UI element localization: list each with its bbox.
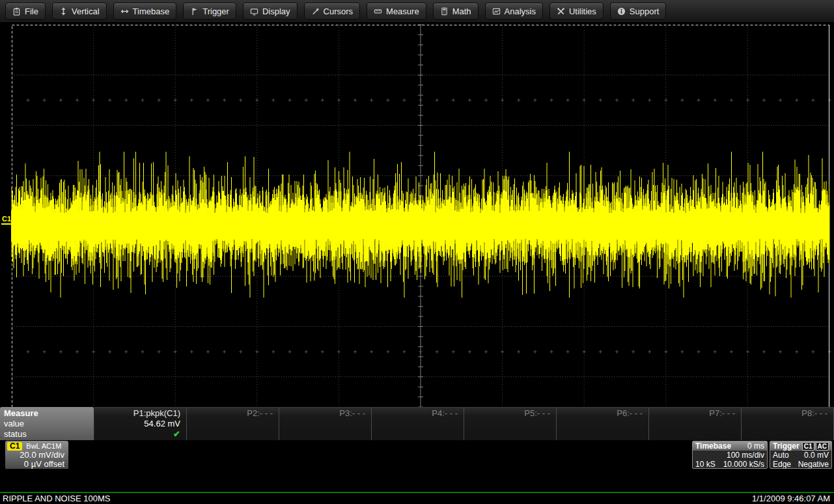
measure-panel: Measure value status P1:pkpk(C1) 54.62 m… xyxy=(0,407,834,440)
scope-screen: C1 xyxy=(0,23,834,430)
status-bar: RIPPLE AND NOISE 100MS 1/1/2009 9:46:07 … xyxy=(0,493,834,504)
menu-item-label: Cursors xyxy=(324,7,354,16)
graticule-area xyxy=(12,25,829,427)
measure-cell-p1[interactable]: P1:pkpk(C1) 54.62 mV ✔ xyxy=(94,407,187,440)
menu-utilities-button[interactable]: Utilities xyxy=(549,3,604,20)
status-check-icon: ✔ xyxy=(98,429,180,440)
timebase-title: Timebase xyxy=(695,441,731,451)
timebase-samples: 10 kS xyxy=(695,460,716,469)
menu-item-label: Support xyxy=(630,7,660,16)
trigger-level: 0.0 mV xyxy=(804,451,829,460)
menu-bar: File Vertical Timebase Trigger Display C… xyxy=(0,0,834,23)
trigger-descriptor[interactable]: Trigger C1 AC Auto 0.0 mV Edge Negative xyxy=(770,441,832,469)
measure-label: P4:- - - xyxy=(376,408,458,419)
measure-label: P1:pkpk(C1) xyxy=(98,408,180,419)
tools-icon xyxy=(557,7,565,16)
oscilloscope-app: File Vertical Timebase Trigger Display C… xyxy=(0,0,834,504)
trigger-mode: Auto xyxy=(773,451,789,460)
vertical-arrows-icon xyxy=(59,7,68,16)
menu-analysis-button[interactable]: Analysis xyxy=(485,3,543,20)
waveform-display xyxy=(12,25,829,427)
cursor-icon xyxy=(311,7,320,16)
display-icon xyxy=(250,7,258,16)
menu-item-label: Trigger xyxy=(202,7,229,16)
timebase-delay: 0 ms xyxy=(747,441,764,451)
menu-item-label: Timebase xyxy=(133,7,170,16)
trigger-slope: Negative xyxy=(798,460,829,469)
measure-cell-p6[interactable]: P6:- - - xyxy=(557,407,649,440)
menu-item-label: Utilities xyxy=(569,7,596,16)
measure-label: P2:- - - xyxy=(191,408,273,419)
channel-c1-descriptor[interactable]: C1 BwL AC1M 20.0 mV/div 0 µV offset xyxy=(5,441,68,469)
measure-title: Measure xyxy=(4,408,90,419)
measure-label: P6:- - - xyxy=(561,408,643,419)
timebase-rate: 10.000 kS/s xyxy=(723,460,764,469)
menu-item-label: File xyxy=(25,7,38,16)
trigger-source-badge: C1 xyxy=(802,442,814,451)
timebase-descriptor[interactable]: Timebase 0 ms 100 ms/div 10 kS 10.000 kS… xyxy=(692,441,768,469)
measure-cell-p5[interactable]: P5:- - - xyxy=(464,407,557,440)
menu-item-label: Display xyxy=(262,7,290,16)
measure-row-status-label: status xyxy=(4,429,90,440)
menu-display-button[interactable]: Display xyxy=(243,3,298,20)
menu-trigger-button[interactable]: Trigger xyxy=(183,3,236,20)
descriptor-row: C1 BwL AC1M 20.0 mV/div 0 µV offset Time… xyxy=(0,440,834,469)
measure-cell-p2[interactable]: P2:- - - xyxy=(187,407,279,440)
menu-vertical-button[interactable]: Vertical xyxy=(52,3,107,20)
trigger-coupling-badge: AC xyxy=(816,442,829,451)
menu-measure-button[interactable]: Measure xyxy=(367,3,426,20)
file-icon xyxy=(12,7,21,16)
grid-minor-plus-row xyxy=(27,98,831,102)
menu-cursors-button[interactable]: Cursors xyxy=(304,3,361,20)
measure-cell-p4[interactable]: P4:- - - xyxy=(372,407,464,440)
measure-label: P5:- - - xyxy=(468,408,550,419)
channel-offset: 0 µV offset xyxy=(7,460,66,469)
measure-label: P3:- - - xyxy=(283,408,365,419)
measure-value: 54.62 mV xyxy=(98,419,180,429)
menu-math-button[interactable]: Math xyxy=(433,3,479,20)
channel-offset-marker[interactable]: C1 xyxy=(1,215,12,225)
trigger-flag-icon xyxy=(190,7,199,16)
chart-icon xyxy=(492,7,501,16)
measure-header: Measure value status xyxy=(0,407,94,440)
grid-minor-plus-row xyxy=(27,350,831,354)
horizontal-arrows-icon xyxy=(120,7,129,16)
menu-timebase-button[interactable]: Timebase xyxy=(113,3,177,20)
measure-label: P7:- - - xyxy=(653,408,735,419)
menu-support-button[interactable]: Support xyxy=(610,3,667,20)
info-icon xyxy=(617,7,626,16)
menu-item-label: Math xyxy=(452,7,471,16)
measure-label: P8:- - - xyxy=(745,408,827,419)
status-message: RIPPLE AND NOISE 100MS xyxy=(3,493,110,504)
measure-cell-p3[interactable]: P3:- - - xyxy=(279,407,372,440)
ruler-icon xyxy=(374,7,382,16)
status-datetime: 1/1/2009 9:46:07 AM xyxy=(752,493,830,504)
measure-row-value-label: value xyxy=(4,419,90,429)
measure-cell-p8[interactable]: P8:- - - xyxy=(742,407,834,440)
timebase-scale: 100 ms/div xyxy=(727,451,764,460)
calculator-icon xyxy=(440,7,449,16)
menu-file-button[interactable]: File xyxy=(5,3,46,20)
menu-item-label: Analysis xyxy=(505,7,536,16)
menu-item-label: Vertical xyxy=(72,7,100,16)
measure-cell-p7[interactable]: P7:- - - xyxy=(649,407,742,440)
channel-scale: 20.0 mV/div xyxy=(7,451,66,460)
menu-item-label: Measure xyxy=(386,7,419,16)
trigger-type: Edge xyxy=(773,460,791,469)
trigger-title: Trigger xyxy=(773,441,799,451)
